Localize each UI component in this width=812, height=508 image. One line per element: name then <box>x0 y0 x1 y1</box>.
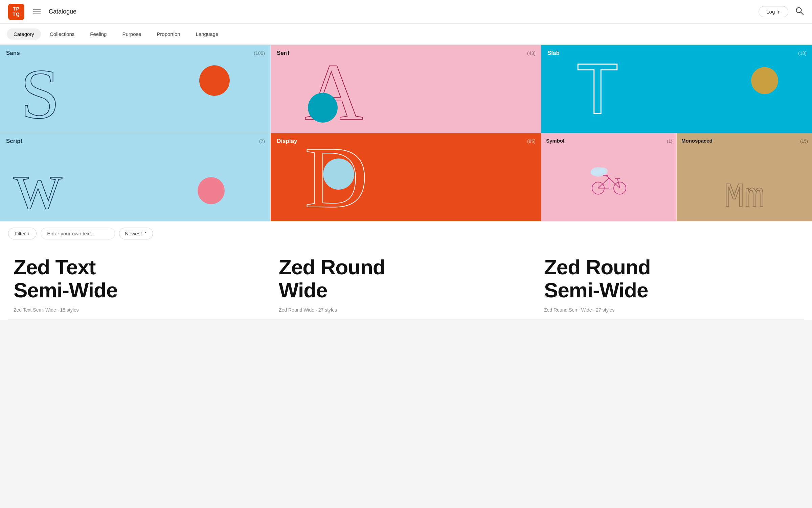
tab-language[interactable]: Language <box>189 28 225 40</box>
category-monospaced[interactable]: Monospaced (15) Mm <box>677 133 812 221</box>
filter-button[interactable]: Filter + <box>8 228 37 239</box>
page-title: Catalogue <box>49 8 759 15</box>
svg-line-7 <box>598 178 609 188</box>
category-serif[interactable]: Serif (43) A <box>271 45 541 133</box>
slab-circle <box>751 67 778 94</box>
serif-circle <box>308 93 338 123</box>
sort-label: Newest <box>125 231 142 236</box>
sans-circle <box>199 65 230 96</box>
display-circle <box>323 158 354 190</box>
category-slab[interactable]: Slab (18) T <box>541 45 812 133</box>
symbol-illustration <box>589 164 629 196</box>
slab-count: (18) <box>798 50 807 56</box>
font-name: Zed Round Wide <box>279 256 533 302</box>
script-count: (7) <box>259 139 265 144</box>
custom-text-input[interactable] <box>41 228 115 239</box>
sans-letter: S <box>20 58 60 129</box>
tab-category[interactable]: Category <box>7 28 41 40</box>
serif-letter: A <box>304 51 363 133</box>
login-button[interactable]: Log In <box>759 6 788 17</box>
hamburger-menu[interactable] <box>30 5 43 18</box>
category-display[interactable]: Display (85) D <box>271 133 541 221</box>
tab-feeling[interactable]: Feeling <box>83 28 113 40</box>
tab-proportion[interactable]: Proportion <box>150 28 187 40</box>
font-item-zed-text[interactable]: Zed Text Semi-Wide Zed Text Semi-Wide · … <box>8 246 273 320</box>
font-meta: Zed Round Wide · 27 styles <box>279 307 533 313</box>
font-meta: Zed Round Semi-Wide · 27 styles <box>544 307 798 313</box>
sans-count: (100) <box>254 50 265 56</box>
serif-label: Serif <box>277 50 290 57</box>
mono-label: Monospaced <box>681 138 713 144</box>
symbol-label: Symbol <box>546 138 564 144</box>
category-script[interactable]: Script (7) w <box>0 133 271 221</box>
header-actions: Log In <box>759 6 804 17</box>
slab-letter: T <box>575 57 620 131</box>
sans-label: Sans <box>6 50 20 57</box>
mono-letters: Mm <box>724 178 765 216</box>
mono-count: (15) <box>800 139 808 144</box>
filter-bar: Filter + Newest ⌃ <box>0 221 812 246</box>
search-icon[interactable] <box>795 6 804 17</box>
category-sans[interactable]: Sans (100) S <box>0 45 271 133</box>
script-letter: w <box>14 152 62 219</box>
symbol-count: (1) <box>667 139 672 144</box>
display-count: (85) <box>527 139 536 144</box>
slab-label: Slab <box>547 50 560 57</box>
font-meta: Zed Text Semi-Wide · 18 styles <box>14 307 268 313</box>
svg-line-8 <box>609 178 620 188</box>
tab-purpose[interactable]: Purpose <box>115 28 148 40</box>
font-name: Zed Text Semi-Wide <box>14 256 268 302</box>
font-item-zed-round-semi[interactable]: Zed Round Semi-Wide Zed Round Semi-Wide … <box>539 246 804 320</box>
tab-collections[interactable]: Collections <box>43 28 81 40</box>
font-name: Zed Round Semi-Wide <box>544 256 798 302</box>
serif-count: (43) <box>527 50 536 56</box>
script-circle <box>198 177 225 204</box>
logo-text: TPTQ <box>13 6 20 17</box>
sort-chevron-icon: ⌃ <box>144 231 147 236</box>
script-label: Script <box>6 138 22 145</box>
font-listings: Zed Text Semi-Wide Zed Text Semi-Wide · … <box>0 246 812 320</box>
category-symbol[interactable]: Symbol (1) <box>541 133 677 221</box>
logo[interactable]: TPTQ <box>8 4 24 20</box>
mono-illustration: Mm <box>724 181 765 214</box>
display-label: Display <box>277 138 297 145</box>
font-item-zed-round-wide[interactable]: Zed Round Wide Zed Round Wide · 27 style… <box>273 246 539 320</box>
svg-point-4 <box>591 169 599 175</box>
category-grid: Sans (100) S Serif (43) A Slab (18) T Sc… <box>0 45 812 221</box>
category-nav: Category Collections Feeling Purpose Pro… <box>0 24 812 45</box>
svg-point-3 <box>598 167 608 175</box>
header: TPTQ Catalogue Log In <box>0 0 812 24</box>
sort-button[interactable]: Newest ⌃ <box>119 228 153 239</box>
svg-line-1 <box>801 12 804 15</box>
right-bottom-pair: Symbol (1) <box>541 133 812 221</box>
filter-label: Filter + <box>15 231 30 236</box>
